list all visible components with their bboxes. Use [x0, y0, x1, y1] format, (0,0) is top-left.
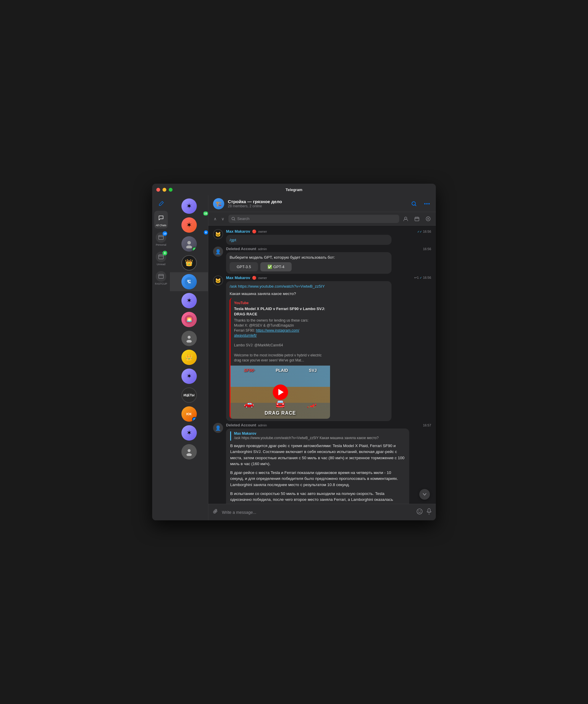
svg-point-22: [418, 511, 419, 511]
sender-role: owner: [258, 276, 267, 280]
avatar: 👤: [213, 247, 223, 256]
youtube-preview: YouTube Tesla Model X PLAID v Ferrari SF…: [229, 298, 330, 419]
search-prev-button[interactable]: ∧: [212, 216, 218, 222]
gpt-4-button[interactable]: ✅ GPT-4: [260, 262, 291, 272]
search-input[interactable]: [237, 217, 396, 221]
maximize-button[interactable]: [169, 188, 172, 192]
search-next-button[interactable]: ∨: [220, 216, 226, 222]
svg-point-21: [417, 509, 422, 514]
svg-rect-24: [428, 509, 430, 512]
chat-area: 🏗️ Стройка — грязное дело 28 members, 2 …: [208, 195, 436, 520]
sender-role: admin: [258, 423, 267, 427]
message-input-bar: [208, 504, 436, 520]
attach-button[interactable]: [212, 509, 218, 516]
message-time: ↩1 ✓ 16:56: [414, 276, 431, 280]
chat-badge: 4: [192, 247, 197, 252]
list-item[interactable]: 🏗: [170, 272, 208, 291]
read-indicator: ✓: [420, 276, 422, 279]
sidebar-item-personal[interactable]: 13 Personal: [154, 230, 168, 248]
search-button[interactable]: [410, 199, 418, 208]
search-close-button[interactable]: [424, 215, 432, 223]
svg-point-12: [186, 453, 192, 456]
scroll-down-button[interactable]: [419, 489, 430, 500]
svg-point-16: [428, 203, 430, 204]
message-content: Deleted Account admin 16:57 Max Makarov …: [226, 423, 431, 504]
unread-badge: 8: [162, 251, 167, 255]
sidebar-item-fastcup[interactable]: FASTCUP: [154, 269, 168, 287]
list-item[interactable]: [170, 329, 208, 348]
message-content: Deleted Account admin 16:56 Выберите мод…: [226, 247, 431, 274]
list-item[interactable]: 👑: [170, 253, 208, 272]
play-button[interactable]: [273, 385, 288, 400]
search-calendar-button[interactable]: [413, 215, 421, 223]
svj-label: SVJ: [309, 368, 316, 373]
more-options-button[interactable]: [423, 199, 431, 208]
emoji-button[interactable]: [416, 508, 423, 516]
list-item[interactable]: ✶ 15: [170, 197, 208, 216]
video-overlay-title: DRAG RACE: [230, 410, 330, 416]
list-item[interactable]: 👑: [170, 348, 208, 367]
avatar: 🐱: [213, 229, 223, 239]
search-icon: [231, 217, 235, 221]
svg-rect-19: [415, 217, 419, 221]
message-time: 16:57: [423, 423, 431, 427]
message-content: Max Makarov 🔴 owner ↩1 ✓ 16:56: [226, 276, 431, 421]
message-input[interactable]: [222, 510, 413, 515]
svg-point-23: [420, 511, 421, 511]
car-labels: SF90· PLAID SVJ: [230, 368, 330, 373]
sender-name: Max Makarov: [226, 229, 250, 234]
gpt-model-buttons: GPT-3.5 ✅ GPT-4: [229, 262, 388, 272]
list-item[interactable]: 4: [170, 234, 208, 253]
sidebar-item-unread[interactable]: 8 Unread: [154, 250, 168, 268]
list-item[interactable]: ✶: [170, 291, 208, 310]
search-input-wrap: [228, 215, 399, 223]
list-item[interactable]: ИЦЕТЫ: [170, 386, 208, 405]
list-item[interactable]: ✶: [170, 423, 208, 443]
reply-count: ↩1: [414, 276, 419, 279]
read-indicator: ✓✓: [417, 230, 422, 233]
youtube-source: YouTube: [234, 301, 326, 305]
avatar: 🐱: [213, 276, 223, 286]
sidebar-label-all-chats: All Chats: [156, 224, 166, 227]
sidebar-icons: All Chats 13 Personal: [152, 195, 170, 520]
car-silhouette-1: 🚗: [244, 399, 254, 408]
sender-role: admin: [258, 247, 267, 251]
list-item[interactable]: 🌅: [170, 310, 208, 329]
youtube-thumbnail[interactable]: SF90· PLAID SVJ 🚗 🚘 🏎️: [230, 366, 330, 419]
sidebar-item-all-chats[interactable]: All Chats: [154, 211, 168, 229]
message-header: Deleted Account admin 16:57: [226, 423, 431, 427]
message-header: Max Makarov 🔴 owner ↩1 ✓ 16:56: [226, 276, 431, 280]
plaid-label: PLAID: [276, 368, 288, 373]
chat-badge: 3: [192, 417, 197, 422]
chat-list: ✶ 15 ✶ 8 4 👑: [170, 195, 208, 520]
message-header: Max Makarov 🔴 owner ✓✓ 16:56: [226, 229, 431, 234]
message-text: /gpt: [229, 238, 236, 242]
message-bubble: Max Makarov /ask https://www.youtube.com…: [226, 428, 409, 504]
sender-name: Deleted Account: [226, 423, 256, 427]
paragraph-3: В испытании со скоростью 50 миль в час а…: [230, 491, 405, 504]
message-header: Deleted Account admin 16:56: [226, 247, 431, 251]
close-button[interactable]: [156, 188, 160, 192]
voice-button[interactable]: [426, 508, 432, 516]
minimize-button[interactable]: [162, 188, 166, 192]
list-item[interactable]: ✶: [170, 367, 208, 386]
quoted-content: /ask https://www.youtube.com/watch?v=Vwt…: [234, 435, 405, 441]
gpt-35-button[interactable]: GPT-3.5: [229, 262, 258, 272]
search-navigation: ∧ ∨: [212, 216, 226, 222]
app-title: Telegram: [286, 187, 303, 192]
message-group: 🐱 Max Makarov 🔴 owner ↩1 ✓ 16:56: [213, 276, 431, 421]
instagram-link[interactable]: https://www.instagram.com/alwaysturnleft…: [234, 329, 299, 338]
youtube-link[interactable]: https://www.youtube.com/watch?v=VwtwB_zz…: [238, 284, 325, 289]
search-person-button[interactable]: [402, 215, 410, 223]
compose-button[interactable]: [156, 198, 166, 209]
message-text: Выберите модель GPT, которую будет испол…: [229, 254, 388, 260]
search-bar: ∧ ∨: [208, 212, 436, 226]
role-icon: 🔴: [252, 276, 257, 280]
list-item[interactable]: ЮК 3: [170, 405, 208, 423]
sf90-label: SF90·: [244, 368, 255, 373]
list-item[interactable]: [170, 443, 208, 461]
list-item[interactable]: ✶ 8: [170, 216, 208, 234]
paragraph-2: В драг-рейсе с места Tesla и Ferrari пок…: [230, 470, 405, 488]
sidebar-label-personal: Personal: [156, 243, 166, 246]
message-group: 👤 Deleted Account admin 16:56 Выберите м…: [213, 247, 431, 274]
